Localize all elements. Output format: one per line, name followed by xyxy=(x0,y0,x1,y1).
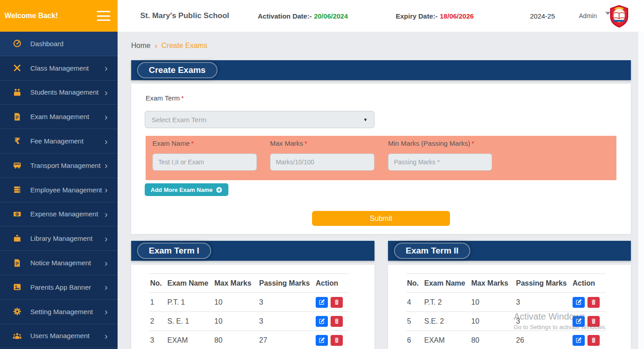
delete-button[interactable] xyxy=(587,316,600,327)
exam-term-2-panel-header: Exam Term II xyxy=(388,241,631,261)
table-header-row: No. Exam Name Max Marks Passing Marks Ac… xyxy=(406,274,606,293)
edit-icon xyxy=(576,299,582,305)
top-header: Welcome Back! St. Mary's Public School A… xyxy=(0,0,644,32)
submit-button[interactable]: Submit xyxy=(312,211,450,226)
exam-fields-section: Exam Name* Max Marks* Min Marks (Passing… xyxy=(146,136,616,180)
sidebar-item-employee-management[interactable]: Employee Management › xyxy=(0,178,118,202)
exam-term-select[interactable]: Select Exam Term ▼ xyxy=(145,111,374,128)
chevron-right-icon: › xyxy=(104,282,108,292)
users-icon xyxy=(12,331,23,341)
trash-icon xyxy=(334,299,340,305)
exam-name-label: Exam Name* xyxy=(152,139,194,147)
exam-term-1-table: No. Exam Name Max Marks Passing Marks Ac… xyxy=(149,273,349,349)
hamburger-menu-icon[interactable] xyxy=(97,11,110,21)
sidebar-item-library-management[interactable]: Library Management › xyxy=(0,226,118,251)
sidebar-item-expense-management[interactable]: Expense Management › xyxy=(0,202,118,227)
sidebar-item-label: Fee Management xyxy=(30,137,84,145)
required-mark: * xyxy=(181,94,184,102)
sidebar-item-dashboard[interactable]: Dashboard xyxy=(0,32,118,56)
sidebar-item-label: Users Management xyxy=(30,332,90,339)
exam-term-label: Exam Term* xyxy=(146,94,184,102)
book-reader-icon xyxy=(12,234,23,244)
min-marks-label: Min Marks (Passing Marks)* xyxy=(388,139,474,147)
main-content: Home › Create Exams Create Exams Exam Te… xyxy=(118,32,644,349)
sidebar-item-label: Exam Management xyxy=(30,113,89,120)
chevron-right-icon: › xyxy=(104,234,108,243)
breadcrumb-current: Create Exams xyxy=(161,42,207,50)
breadcrumb: Home › Create Exams xyxy=(131,41,207,50)
edit-icon xyxy=(576,318,582,324)
edit-button[interactable] xyxy=(573,297,585,308)
admin-user-label[interactable]: Admin xyxy=(579,0,597,32)
chevron-right-icon: › xyxy=(104,137,108,146)
delete-button[interactable] xyxy=(587,335,600,346)
max-marks-label: Max Marks* xyxy=(270,139,307,147)
chevron-right-icon: › xyxy=(104,331,108,340)
edit-button[interactable] xyxy=(316,335,328,346)
scrollbar[interactable] xyxy=(638,32,644,349)
activation-date: Activation Date:- 20/06/2024 xyxy=(258,0,348,32)
trash-icon xyxy=(591,318,597,324)
panel-title: Exam Term I xyxy=(137,243,211,259)
sidebar-item-label: Parents App Banner xyxy=(30,283,91,291)
edit-button[interactable] xyxy=(573,335,585,346)
edit-button[interactable] xyxy=(316,297,328,308)
delete-button[interactable] xyxy=(587,297,600,308)
sidebar-item-setting-management[interactable]: Setting Management › xyxy=(0,300,118,324)
delete-button[interactable] xyxy=(331,335,343,346)
sidebar-item-notice-management[interactable]: Notice Management › xyxy=(0,251,118,275)
required-mark: * xyxy=(472,139,474,147)
image-icon xyxy=(12,282,23,292)
delete-button[interactable] xyxy=(331,316,343,327)
table-row: 2 S. E. 1 10 3 xyxy=(149,312,349,331)
exam-icon xyxy=(12,112,23,122)
table-row: 5 S.E. 2 10 3 xyxy=(406,312,606,331)
add-more-exam-button[interactable]: Add More Exam Name xyxy=(145,183,228,196)
sidebar-item-transport-management[interactable]: Transport Management › xyxy=(0,153,118,178)
edit-icon xyxy=(319,318,325,324)
sidebar-item-parents-app-banner[interactable]: Parents App Banner › xyxy=(0,275,118,300)
edit-icon xyxy=(319,299,325,305)
select-caret-icon: ▼ xyxy=(363,117,368,122)
trash-icon xyxy=(334,318,340,324)
table-row: 4 P.T. 2 10 3 xyxy=(406,293,606,312)
table-row: 6 EXAM 80 26 xyxy=(406,331,606,349)
max-marks-input[interactable] xyxy=(270,153,374,171)
breadcrumb-home-link[interactable]: Home xyxy=(131,42,151,50)
sidebar-item-label: Notice Management xyxy=(30,259,91,267)
select-placeholder: Select Exam Term xyxy=(152,116,206,124)
students-icon xyxy=(12,87,23,97)
chevron-right-icon: › xyxy=(104,258,108,268)
exam-term-2-table-card: No. Exam Name Max Marks Passing Marks Ac… xyxy=(388,265,631,349)
sidebar-item-label: Dashboard xyxy=(30,40,63,48)
sidebar-item-fee-management[interactable]: ₹ Fee Management › xyxy=(0,129,118,153)
edit-button[interactable] xyxy=(573,316,585,327)
chevron-right-icon: › xyxy=(104,88,108,97)
expiry-date: Expiry Date:- 18/06/2026 xyxy=(396,0,474,32)
panel-title: Create Exams xyxy=(137,62,218,78)
school-name: St. Mary's Public School xyxy=(140,0,229,32)
sidebar-item-users-management[interactable]: Users Management › xyxy=(0,324,118,349)
sidebar-item-class-management[interactable]: Class Management › xyxy=(0,56,118,81)
activation-label: Activation Date:- xyxy=(258,12,312,20)
exam-term-2-table: No. Exam Name Max Marks Passing Marks Ac… xyxy=(406,273,606,349)
notice-icon xyxy=(12,258,23,268)
exam-name-input[interactable] xyxy=(152,153,257,171)
sidebar-item-exam-management[interactable]: Exam Management › xyxy=(0,105,118,129)
delete-button[interactable] xyxy=(331,297,343,308)
sidebar-item-label: Setting Management xyxy=(30,308,93,316)
table-row: 1 P.T. 1 10 3 xyxy=(149,293,349,312)
chevron-right-icon: › xyxy=(104,63,108,72)
sidebar-item-label: Transport Management xyxy=(30,162,100,169)
edit-button[interactable] xyxy=(316,316,328,327)
sidebar-item-students-management[interactable]: Students Management › xyxy=(0,81,118,105)
bus-icon xyxy=(12,160,23,170)
exam-term-1-panel-header: Exam Term I xyxy=(131,241,374,261)
panel-title: Exam Term II xyxy=(394,243,470,259)
school-logo[interactable] xyxy=(608,5,630,28)
min-marks-input[interactable] xyxy=(388,153,492,171)
stack-icon xyxy=(12,185,23,195)
table-header-row: No. Exam Name Max Marks Passing Marks Ac… xyxy=(149,274,349,293)
exam-term-1-table-card: No. Exam Name Max Marks Passing Marks Ac… xyxy=(131,265,374,349)
expiry-label: Expiry Date:- xyxy=(396,12,438,20)
